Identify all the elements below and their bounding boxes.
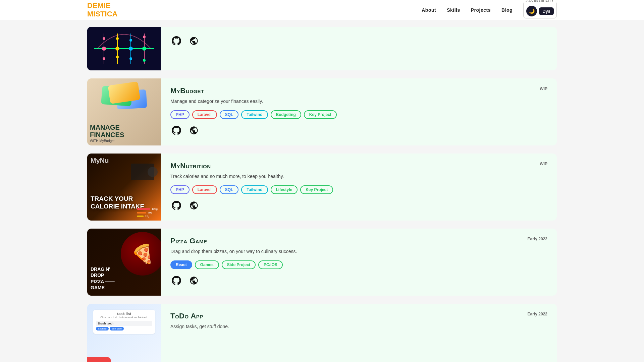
todo-description: Assign tasks, get stuff done. (170, 323, 547, 330)
tag-pcios: PC/iOS (258, 260, 283, 269)
pizza-badge: Early 2022 (528, 237, 547, 241)
tag-games: Games (195, 260, 219, 269)
project-image-budget: MANAGEFINANCES WITH MyBudget (87, 78, 161, 145)
nav-projects[interactable]: Projects (471, 7, 491, 13)
github-icon-mynutrition (172, 201, 181, 210)
pizza-description: Drag and drop them pizzas, on your way t… (170, 248, 547, 255)
dark-mode-button[interactable]: 🌙 (526, 6, 537, 16)
project-content-todo: ToDo App Early 2022 Assign tasks, get st… (161, 304, 557, 362)
svg-point-16 (129, 57, 132, 60)
nav-about[interactable]: About (422, 7, 436, 13)
mynutrition-tags: PHP Laravel SQL Tailwind Lifestyle Key P… (170, 185, 547, 194)
pizza-tags: React Games Side Project PC/iOS (170, 260, 547, 269)
tag-sql: SQL (220, 110, 239, 119)
tag-side-project: Side Project (222, 260, 256, 269)
project-image-circuit (87, 27, 161, 70)
svg-point-7 (115, 47, 119, 51)
project-header-mynutrition: MyNutrition WIP (170, 162, 547, 170)
svg-point-10 (103, 37, 105, 40)
globe-icon-mybudget (189, 126, 199, 135)
mybudget-title: MyBudget (170, 86, 204, 95)
nav-blog[interactable]: Blog (501, 7, 513, 13)
github-icon-pizza (172, 276, 181, 285)
project-header-todo: ToDo App Early 2022 (170, 312, 547, 320)
nav-links: About Skills Projects Blog ACCESSIBILITY… (422, 1, 557, 18)
accessibility-label: ACCESSIBILITY (525, 0, 555, 2)
pizza-title: Pizza Game (170, 237, 207, 245)
project-image-pizza: 🍕 Drag n'DropPIZZA ——GAME (87, 229, 161, 296)
todo-title: ToDo App (170, 312, 203, 320)
project-content-mynutrition: MyNutrition WIP Track calories and so mu… (161, 154, 557, 221)
globe-icon-pizza (189, 276, 199, 285)
project-content-pizza: Pizza Game Early 2022 Drag and drop them… (161, 229, 557, 296)
todo-badge: Early 2022 (528, 312, 547, 316)
globe-icon (189, 36, 199, 46)
tag-tailwind-nutrition: Tailwind (241, 185, 268, 194)
web-link-partial[interactable] (188, 35, 200, 47)
svg-point-17 (143, 59, 146, 62)
project-links-partial (170, 35, 547, 47)
logo-line2: MISTICA (87, 10, 117, 18)
github-link-pizza[interactable] (170, 275, 182, 287)
svg-point-8 (129, 47, 133, 51)
tag-lifestyle: Lifestyle (271, 185, 298, 194)
svg-point-14 (103, 57, 105, 60)
project-card-mybudget: MANAGEFINANCES WITH MyBudget MyBudget WI… (87, 78, 557, 145)
project-card-todo: task list Click on a todo task to mark a… (87, 304, 557, 362)
svg-point-12 (129, 39, 132, 42)
mynutrition-description: Track calories and so much more, to keep… (170, 173, 547, 180)
tag-react: React (170, 260, 192, 269)
project-links-pizza (170, 275, 547, 287)
project-card-mynutrition: MyNu Track yourcalorie intake 120g (87, 154, 557, 221)
github-icon-mybudget (172, 126, 181, 135)
accessibility-controls: ACCESSIBILITY 🌙 Dys (523, 1, 557, 18)
web-link-pizza[interactable] (188, 275, 200, 287)
nav-skills[interactable]: Skills (447, 7, 460, 13)
project-card-partial (87, 27, 557, 70)
github-link-partial[interactable] (170, 35, 182, 47)
dyslexia-button[interactable]: Dys (539, 7, 554, 15)
svg-point-9 (142, 47, 146, 51)
tag-laravel: Laravel (192, 110, 217, 119)
tag-tailwind: Tailwind (241, 110, 268, 119)
svg-point-15 (116, 56, 119, 58)
tag-php: PHP (170, 110, 190, 119)
github-link-mybudget[interactable] (170, 124, 182, 136)
mynu-label: MyNu (91, 157, 109, 165)
globe-icon-mynutrition (189, 201, 199, 210)
logo-line1: DEMIE (87, 2, 117, 10)
project-links-mybudget (170, 124, 547, 136)
mynutrition-title: MyNutrition (170, 162, 211, 170)
mybudget-tags: PHP Laravel SQL Tailwind Budgeting Key P… (170, 110, 547, 119)
project-card-pizza: 🍕 Drag n'DropPIZZA ——GAME Pizza Game Ear… (87, 229, 557, 296)
svg-point-11 (116, 37, 119, 40)
web-link-mynutrition[interactable] (188, 199, 200, 212)
circuit-svg (87, 27, 161, 70)
svg-point-13 (143, 36, 146, 38)
project-image-nutrition: MyNu Track yourcalorie intake 120g (87, 154, 161, 221)
project-links-mynutrition (170, 199, 547, 212)
web-link-mybudget[interactable] (188, 124, 200, 136)
tag-budgeting: Budgeting (271, 110, 301, 119)
project-image-todo: task list Click on a todo task to mark a… (87, 304, 161, 362)
mybudget-description: Manage and categorize your finances easi… (170, 98, 547, 105)
tag-key-project-nutrition: Key Project (300, 185, 333, 194)
tag-key-project: Key Project (304, 110, 337, 119)
project-content-mybudget: MyBudget WIP Manage and categorize your … (161, 78, 557, 145)
github-icon (172, 36, 181, 46)
tag-sql-nutrition: SQL (220, 185, 239, 194)
github-link-mynutrition[interactable] (170, 199, 182, 212)
project-header-pizza: Pizza Game Early 2022 (170, 237, 547, 245)
svg-point-6 (102, 47, 106, 51)
tag-laravel-nutrition: Laravel (192, 185, 217, 194)
project-content-partial (161, 27, 557, 70)
tag-php-nutrition: PHP (170, 185, 190, 194)
logo: DEMIE MISTICA (87, 2, 117, 18)
nutrition-overlay-text: Track yourcalorie intake (91, 195, 144, 210)
main-content: MANAGEFINANCES WITH MyBudget MyBudget WI… (0, 0, 644, 362)
project-header-mybudget: MyBudget WIP (170, 86, 547, 95)
mybudget-badge: WIP (540, 86, 547, 91)
mynutrition-badge: WIP (540, 162, 547, 166)
navigation: DEMIE MISTICA About Skills Projects Blog… (0, 0, 644, 20)
